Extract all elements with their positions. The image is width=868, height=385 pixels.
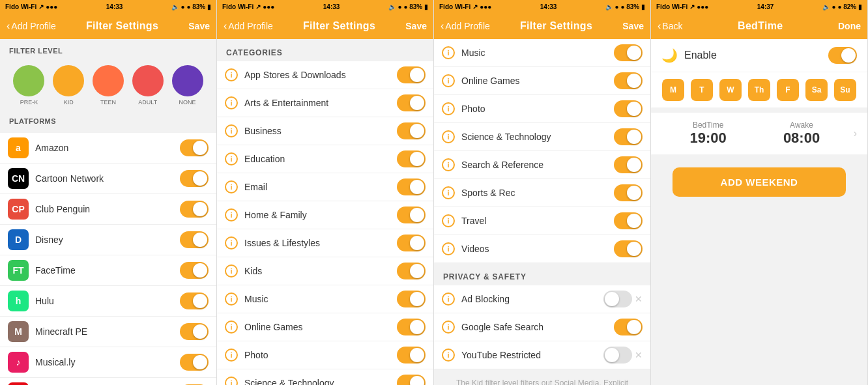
- toggle-switch[interactable]: [614, 184, 643, 201]
- info-icon[interactable]: i: [225, 377, 238, 385]
- toggle-switch[interactable]: [397, 263, 426, 279]
- nav-back[interactable]: ‹ Add Profile: [224, 20, 273, 32]
- toggle-switch[interactable]: [397, 347, 426, 364]
- platform-item: FTFaceTime: [0, 255, 216, 286]
- add-weekend-button[interactable]: ADD WEEKEND: [673, 167, 846, 197]
- day-bubble-w[interactable]: W: [719, 79, 742, 101]
- privacy-name: Google Safe Search: [461, 322, 614, 332]
- info-icon[interactable]: i: [225, 124, 238, 137]
- nav-back-label[interactable]: Add Profile: [445, 21, 489, 31]
- filter-level-adult[interactable]: ADULT: [132, 65, 164, 106]
- day-bubble-sa[interactable]: Sa: [805, 79, 828, 101]
- filter-level-none[interactable]: NONE: [172, 65, 203, 106]
- info-icon[interactable]: i: [225, 68, 238, 81]
- category-name: Science & Technology: [461, 132, 614, 142]
- day-bubble-f[interactable]: F: [777, 79, 799, 101]
- toggle-switch[interactable]: [397, 178, 426, 195]
- toggle-switch[interactable]: [603, 291, 632, 307]
- nav-action[interactable]: Done: [838, 21, 861, 31]
- day-bubble-t[interactable]: T: [691, 79, 713, 101]
- info-icon[interactable]: i: [442, 102, 455, 115]
- filter-level-kid[interactable]: KID: [53, 65, 84, 106]
- day-bubble-su[interactable]: Su: [834, 79, 856, 101]
- info-icon[interactable]: i: [225, 292, 238, 306]
- toggle-switch[interactable]: [614, 44, 643, 61]
- status-carrier: Fido Wi-Fi ↗ ●●●: [656, 3, 708, 10]
- info-icon[interactable]: i: [442, 130, 455, 143]
- toggle-switch[interactable]: [603, 347, 632, 364]
- awake-value[interactable]: 08:00: [755, 130, 848, 147]
- filter-level-teen[interactable]: TEEN: [93, 65, 124, 106]
- filter-circle-dot: [132, 65, 164, 96]
- info-icon[interactable]: i: [442, 292, 455, 306]
- toggle-switch[interactable]: [180, 139, 209, 156]
- category-item: iArts & Entertainment: [217, 89, 433, 117]
- day-bubble-th[interactable]: Th: [748, 79, 770, 101]
- toggle-switch[interactable]: [614, 72, 643, 89]
- filter-level-pre-k[interactable]: PRE-K: [13, 65, 44, 106]
- toggle-knob: [410, 264, 424, 278]
- info-icon[interactable]: i: [225, 180, 238, 193]
- toggle-switch[interactable]: [397, 207, 426, 223]
- toggle-switch[interactable]: [397, 94, 426, 111]
- toggle-switch[interactable]: [397, 291, 426, 307]
- toggle-switch[interactable]: [180, 292, 209, 309]
- toggle-switch[interactable]: [614, 128, 643, 145]
- toggle-knob: [627, 158, 641, 172]
- nav-back-label[interactable]: Back: [662, 21, 682, 31]
- info-icon[interactable]: i: [442, 186, 455, 199]
- toggle-switch[interactable]: [397, 235, 426, 251]
- info-icon[interactable]: i: [442, 46, 455, 59]
- toggle-switch[interactable]: [397, 375, 426, 385]
- toggle-switch[interactable]: [397, 122, 426, 139]
- bedtime-value[interactable]: 19:00: [661, 130, 755, 147]
- platform-item: NNetflix: [0, 378, 216, 385]
- info-icon[interactable]: i: [225, 264, 238, 278]
- category-name: Kids: [244, 266, 397, 276]
- toggle-switch[interactable]: [614, 100, 643, 117]
- nav-action[interactable]: Save: [405, 21, 427, 31]
- toggle-switch[interactable]: [614, 212, 643, 229]
- platform-icon: ♪: [8, 352, 29, 373]
- toggle-switch[interactable]: [180, 354, 209, 371]
- info-icon[interactable]: i: [225, 208, 238, 221]
- info-icon[interactable]: i: [225, 152, 238, 165]
- info-icon[interactable]: i: [442, 214, 455, 227]
- toggle-switch[interactable]: [180, 323, 209, 340]
- filter-circle-dot: [53, 65, 84, 96]
- nav-back-label[interactable]: Add Profile: [228, 21, 272, 31]
- nav-action[interactable]: Save: [188, 21, 210, 31]
- info-icon[interactable]: i: [442, 242, 455, 255]
- toggle-switch[interactable]: [614, 156, 643, 173]
- toggle-switch[interactable]: [614, 240, 643, 257]
- category-name: Photo: [244, 350, 397, 360]
- toggle-knob: [193, 355, 207, 369]
- toggle-switch[interactable]: [180, 170, 209, 187]
- nav-action[interactable]: Save: [622, 21, 644, 31]
- nav-back[interactable]: ‹ Back: [658, 20, 682, 32]
- nav-back[interactable]: ‹ Add Profile: [7, 20, 56, 32]
- info-icon[interactable]: i: [442, 158, 455, 171]
- info-icon[interactable]: i: [225, 321, 238, 334]
- info-icon[interactable]: i: [225, 349, 238, 362]
- nav-back[interactable]: ‹ Add Profile: [441, 20, 490, 32]
- nav-back-label[interactable]: Add Profile: [11, 21, 55, 31]
- platform-item: CNCartoon Network: [0, 164, 216, 194]
- toggle-switch[interactable]: [397, 66, 426, 83]
- toggle-switch[interactable]: [828, 47, 857, 64]
- toggle-switch[interactable]: [180, 231, 209, 248]
- toggle-switch[interactable]: [180, 262, 209, 279]
- toggle-switch[interactable]: [180, 201, 209, 218]
- info-icon[interactable]: i: [225, 236, 238, 250]
- toggle-switch[interactable]: [397, 319, 426, 335]
- info-icon[interactable]: i: [442, 74, 455, 87]
- category-item: iOnline Games: [217, 313, 433, 341]
- info-icon[interactable]: i: [225, 96, 238, 109]
- info-icon[interactable]: i: [442, 349, 455, 362]
- nav-title: BedTime: [738, 20, 783, 32]
- categories-header: CATEGORIES: [217, 39, 433, 61]
- day-bubble-m[interactable]: M: [662, 79, 684, 101]
- info-icon[interactable]: i: [442, 321, 455, 334]
- toggle-switch[interactable]: [397, 150, 426, 167]
- toggle-switch[interactable]: [614, 319, 643, 335]
